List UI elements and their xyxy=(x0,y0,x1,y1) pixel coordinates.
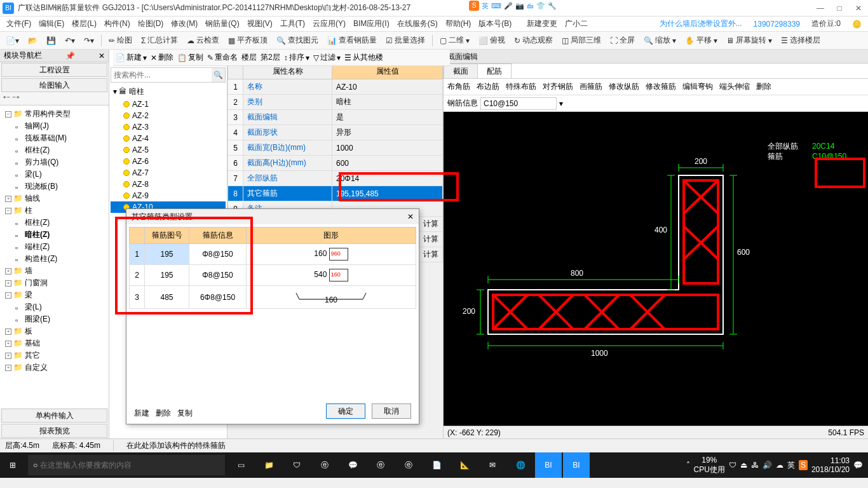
tree-node[interactable]: ▫ 暗柱(Z) xyxy=(3,229,106,241)
menu-draw[interactable]: 绘图(D) xyxy=(135,17,166,30)
dlg-ok-button[interactable]: 确定 xyxy=(326,403,365,419)
comp-item[interactable]: AZ-7 xyxy=(111,167,226,179)
prop-row[interactable]: 5截面宽(B边)(mm)1000 xyxy=(228,140,443,156)
dialog-close-icon[interactable]: ✕ xyxy=(407,209,414,224)
rotate-button[interactable]: 🖥 屏幕旋转▾ xyxy=(724,34,774,47)
tree-node[interactable]: ▫ 构造柱(Z) xyxy=(3,253,106,265)
app-ie2-icon[interactable]: ⓔ xyxy=(395,452,422,478)
find-elem-button[interactable]: 🔍 查找图元 xyxy=(275,34,320,47)
prop-row[interactable]: 2类别暗柱 xyxy=(228,95,443,110)
ime-shirt-icon[interactable]: 👕 xyxy=(536,2,545,10)
cad-tb-3[interactable]: 对齐钢筋 xyxy=(543,81,573,92)
comp-item[interactable]: AZ-2 xyxy=(111,110,226,121)
redo-icon[interactable]: ↷▾ xyxy=(82,35,96,46)
menu-modify[interactable]: 修改(M) xyxy=(168,17,200,30)
comp-item[interactable]: AZ-3 xyxy=(111,121,226,133)
tree-node[interactable]: − 📁 常用构件类型 xyxy=(3,108,106,120)
app-360-icon[interactable]: 🛡 xyxy=(283,452,310,478)
select-floor-button[interactable]: ☰ 选择楼层 xyxy=(779,34,822,47)
tree-node[interactable]: ▫ 圈梁(E) xyxy=(3,313,106,325)
tray-network-icon[interactable]: 🖧 xyxy=(751,461,759,470)
menu-cloud[interactable]: 云应用(Y) xyxy=(310,17,348,30)
app-wechat-icon[interactable]: 💬 xyxy=(339,452,366,478)
batch-select-button[interactable]: ☑ 批量选择 xyxy=(384,34,427,47)
task-view-icon[interactable]: ▭ xyxy=(227,452,254,478)
tray-volume-icon[interactable]: 🔊 xyxy=(763,461,772,470)
tree-node[interactable]: + 📁 墙 xyxy=(3,265,106,277)
tray-sogou-icon[interactable]: S xyxy=(799,460,808,470)
stirrup-row[interactable]: 34856Φ8@150160 xyxy=(130,286,416,309)
tree-node[interactable]: + 📁 基础 xyxy=(3,337,106,349)
app-edge-icon[interactable]: ⓔ xyxy=(367,452,394,478)
app-ggj-icon[interactable]: BI xyxy=(535,452,562,478)
app-office-icon[interactable]: 📄 xyxy=(423,452,450,478)
ime-cam-icon[interactable]: 📷 xyxy=(515,2,524,10)
menu-version[interactable]: 版本号(B) xyxy=(476,17,514,30)
taskbar-search-input[interactable] xyxy=(37,461,220,470)
top-view-button[interactable]: ⬜ 俯视 xyxy=(477,34,507,47)
ime-lang[interactable]: 英 xyxy=(482,1,489,11)
menu-help[interactable]: 帮助(H) xyxy=(443,17,474,30)
close-panel-icon[interactable]: ✕ xyxy=(98,51,105,60)
menu-view[interactable]: 视图(V) xyxy=(245,17,275,30)
dlg-copy-button[interactable]: 复制 xyxy=(177,408,193,419)
menu-comp[interactable]: 构件(N) xyxy=(102,17,133,30)
menu-edit[interactable]: 编辑(E) xyxy=(36,17,67,30)
taskbar-clock[interactable]: 11:032018/10/20 xyxy=(811,456,850,475)
comp-item[interactable]: AZ-6 xyxy=(111,156,226,167)
app-browser-icon[interactable]: 🌐 xyxy=(507,452,534,478)
dlg-cancel-button[interactable]: 取消 xyxy=(372,403,411,419)
save-icon[interactable]: 💾 xyxy=(44,35,58,46)
ime-tool-icon[interactable]: 🔧 xyxy=(548,2,557,10)
notification-icon[interactable]: 💬 xyxy=(853,461,863,470)
app-mail-icon[interactable]: ✉ xyxy=(479,452,506,478)
tray-up-icon[interactable]: ˄ xyxy=(686,461,690,470)
search-box[interactable]: 🔍 xyxy=(111,67,226,83)
dlg-delete-button[interactable]: 删除 xyxy=(156,408,171,419)
rebar-dropdown-icon[interactable]: ▾ xyxy=(559,99,563,108)
comp-item[interactable]: AZ-8 xyxy=(111,179,226,190)
comp-item[interactable]: AZ-9 xyxy=(111,190,226,201)
flat-board-button[interactable]: ▦ 平齐板顶 xyxy=(226,34,269,47)
prop-row[interactable]: 8其它箍筋195,195,485 xyxy=(228,186,443,201)
tray-eject-icon[interactable]: ⏏ xyxy=(740,461,747,470)
comp-item[interactable]: AZ-5 xyxy=(111,144,226,156)
draw-input-button[interactable]: 绘图输入 xyxy=(1,78,107,92)
new-comp-button[interactable]: 📄 新建▾ xyxy=(116,52,147,63)
pan-button[interactable]: ✋ 平移▾ xyxy=(683,34,719,47)
menu-bim[interactable]: BIM应用(I) xyxy=(351,17,392,30)
cad-tb-1[interactable]: 布边筋 xyxy=(477,81,499,92)
copy-comp-button[interactable]: 📋 复制 xyxy=(177,52,203,63)
level-select[interactable]: 第2层 xyxy=(261,52,280,63)
maximize-button[interactable]: □ xyxy=(832,4,846,13)
rebar-input[interactable] xyxy=(480,97,557,110)
tree-node[interactable]: + 📁 门窗洞 xyxy=(3,277,106,289)
menu-rebar[interactable]: 钢筋量(Q) xyxy=(203,17,241,30)
tree-node[interactable]: ▫ 框柱(Z) xyxy=(3,217,106,229)
prop-row[interactable]: 1名称AZ-10 xyxy=(228,79,443,95)
rename-comp-button[interactable]: ✎ 重命名 xyxy=(207,52,238,63)
project-settings-button[interactable]: 工程设置 xyxy=(1,63,107,77)
menu-online[interactable]: 在线服务(S) xyxy=(395,17,440,30)
search-input[interactable] xyxy=(111,68,212,82)
fullscreen-button[interactable]: ⛶ 全屏 xyxy=(608,34,637,47)
tree-node[interactable]: ▫ 端柱(Z) xyxy=(3,241,106,253)
new-icon[interactable]: 📄▾ xyxy=(4,35,21,46)
tree-node[interactable]: ▫ 筏板基础(M) xyxy=(3,132,106,144)
cad-tb-7[interactable]: 编辑弯钩 xyxy=(682,81,713,92)
cad-tb-6[interactable]: 修改箍筋 xyxy=(646,81,676,92)
tree-node[interactable]: ▫ 梁(L) xyxy=(3,168,106,180)
component-type-tree[interactable]: − 📁 常用构件类型▫ 轴网(J)▫ 筏板基础(M)▫ 框柱(Z)▫ 剪力墙(Q… xyxy=(0,105,109,408)
tray-security-icon[interactable]: 🛡 xyxy=(729,461,736,470)
comp-item[interactable]: AZ-1 xyxy=(111,98,226,110)
collapse-icon[interactable]: ⁻⁺ xyxy=(12,94,20,103)
pin-icon[interactable]: 📌 xyxy=(65,51,75,60)
ime-icon[interactable]: ⌨ xyxy=(491,2,501,10)
close-button[interactable]: ✕ xyxy=(851,4,865,13)
app-cad-icon[interactable]: 📐 xyxy=(451,452,478,478)
ad-link[interactable]: 为什么墙后浇带设置外... xyxy=(657,17,745,30)
tree-node[interactable]: + 📁 板 xyxy=(3,325,106,337)
sogou-icon[interactable]: S xyxy=(469,1,479,11)
view2d-button[interactable]: ▢ 二维▾ xyxy=(438,34,471,47)
draw-button[interactable]: ✏ 绘图 xyxy=(107,34,134,47)
